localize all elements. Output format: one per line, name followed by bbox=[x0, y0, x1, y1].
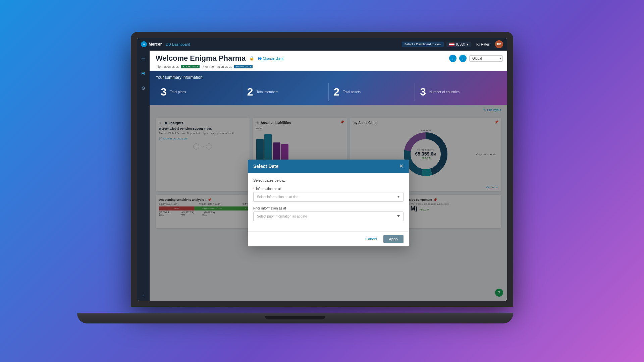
mercer-icon: M bbox=[141, 41, 147, 47]
page-title-row: Welcome Enigma Pharma 🔒 👥 Change client … bbox=[156, 54, 501, 63]
page-header: Welcome Enigma Pharma 🔒 👥 Change client … bbox=[150, 51, 507, 71]
summary-number-assets: 2 bbox=[334, 86, 340, 98]
top-nav: M Mercer DB Dashboard Select a Dashboard… bbox=[137, 38, 507, 51]
info-as-at-form-label: * Information as at bbox=[253, 187, 404, 191]
summary-label-assets: Total assets bbox=[343, 90, 361, 94]
modal-header: Select Date ✕ bbox=[248, 160, 409, 173]
info-as-at-label: Information as at: bbox=[156, 65, 179, 68]
change-client-button[interactable]: 👥 Change client bbox=[258, 57, 283, 60]
db-dashboard-label: DB Dashboard bbox=[166, 42, 190, 46]
info-label-text: Information as at bbox=[256, 187, 281, 191]
laptop-notch bbox=[265, 316, 325, 319]
chevron-down-icon: ▾ bbox=[467, 43, 468, 46]
required-star: * bbox=[253, 187, 255, 191]
brand-name: Mercer bbox=[149, 42, 162, 47]
laptop-base bbox=[77, 313, 513, 323]
fx-rates-button[interactable]: Fx Rates bbox=[474, 42, 492, 47]
tooltip-bubble: Select a Dashboard to view bbox=[402, 42, 444, 47]
currency-label: (USD) bbox=[456, 43, 465, 46]
info-date-badge: 31 Dec 2023 bbox=[181, 65, 200, 68]
summary-cards: 3 Total plans 2 Total members 2 Total as… bbox=[156, 83, 501, 101]
modal-subtitle: Select dates below. bbox=[253, 178, 404, 182]
summary-label-members: Total members bbox=[257, 90, 279, 94]
people-icon: 👥 bbox=[258, 57, 262, 60]
global-select[interactable]: Global bbox=[469, 55, 503, 62]
dashboard-body: ✎ Edit layout ⠿ Insight bbox=[150, 105, 507, 301]
modal-body: Select dates below. * Information as at bbox=[248, 173, 409, 231]
prior-info-form-label: Prior information as at bbox=[253, 206, 404, 210]
summary-card-members: 2 Total members bbox=[242, 83, 329, 101]
us-flag-icon bbox=[449, 43, 454, 46]
modal-title: Select Date bbox=[253, 164, 278, 169]
header-right: ↓ ↓ Global ▾ bbox=[449, 55, 501, 62]
user-avatar[interactable]: PO bbox=[495, 40, 503, 48]
mercer-logo: M Mercer bbox=[141, 41, 162, 47]
sidebar-item-menu[interactable]: ☰ bbox=[139, 54, 148, 63]
summary-label-plans: Total plans bbox=[170, 90, 186, 94]
prior-info-select[interactable]: Select prior information as at date bbox=[253, 212, 404, 221]
modal-footer: Cancel Apply bbox=[248, 231, 409, 246]
lock-icon: 🔒 bbox=[249, 56, 254, 61]
nav-down-button[interactable]: ↓ bbox=[449, 55, 457, 62]
app-container: M Mercer DB Dashboard Select a Dashboard… bbox=[137, 38, 507, 301]
sidebar-expand[interactable]: » bbox=[142, 294, 144, 297]
modal-overlay: Select Date ✕ Select dates below. * bbox=[150, 105, 507, 301]
page-title: Welcome Enigma Pharma bbox=[156, 54, 246, 63]
cancel-button[interactable]: Cancel bbox=[361, 235, 381, 243]
modal-close-button[interactable]: ✕ bbox=[399, 164, 404, 169]
apply-button[interactable]: Apply bbox=[383, 235, 404, 243]
select-date-modal: Select Date ✕ Select dates below. * bbox=[248, 160, 409, 246]
summary-label-countries: Number of countries bbox=[429, 90, 460, 94]
content-area: Welcome Enigma Pharma 🔒 👥 Change client … bbox=[150, 51, 507, 301]
date-row: Information as at: 31 Dec 2023 Prior Inf… bbox=[156, 65, 501, 68]
sidebar-item-dashboard[interactable]: ⊞ bbox=[139, 69, 148, 78]
summary-number-plans: 3 bbox=[161, 86, 167, 98]
prior-info-label: Prior Information as at: bbox=[202, 65, 232, 68]
main-layout: ☰ ⊞ ⚙ » Welcome Enigma Pharma 🔒 bbox=[137, 51, 507, 301]
summary-card-countries: 3 Number of countries bbox=[415, 83, 501, 101]
laptop-screen: M Mercer DB Dashboard Select a Dashboard… bbox=[137, 38, 507, 301]
info-as-at-select[interactable]: Select information as at date bbox=[253, 192, 404, 202]
laptop-shell: M Mercer DB Dashboard Select a Dashboard… bbox=[131, 32, 513, 307]
summary-number-countries: 3 bbox=[420, 86, 426, 98]
summary-number-members: 2 bbox=[247, 86, 253, 98]
summary-card-assets: 2 Total assets bbox=[329, 83, 415, 101]
sidebar: ☰ ⊞ ⚙ » bbox=[137, 51, 150, 301]
summary-title: Your summary information bbox=[156, 75, 501, 80]
sidebar-item-settings[interactable]: ⚙ bbox=[139, 83, 148, 93]
nav-up-button[interactable]: ↓ bbox=[459, 55, 467, 62]
summary-section: Your summary information 3 Total plans 2… bbox=[150, 71, 507, 105]
prior-date-badge: 30 Nov 2021 bbox=[234, 65, 253, 68]
summary-card-plans: 3 Total plans bbox=[156, 83, 242, 101]
prior-info-group: Prior information as at Select prior inf… bbox=[253, 206, 404, 221]
currency-selector[interactable]: (USD) ▾ bbox=[446, 42, 471, 47]
info-as-at-group: * Information as at Select information a… bbox=[253, 187, 404, 202]
change-client-label: Change client bbox=[263, 57, 283, 60]
